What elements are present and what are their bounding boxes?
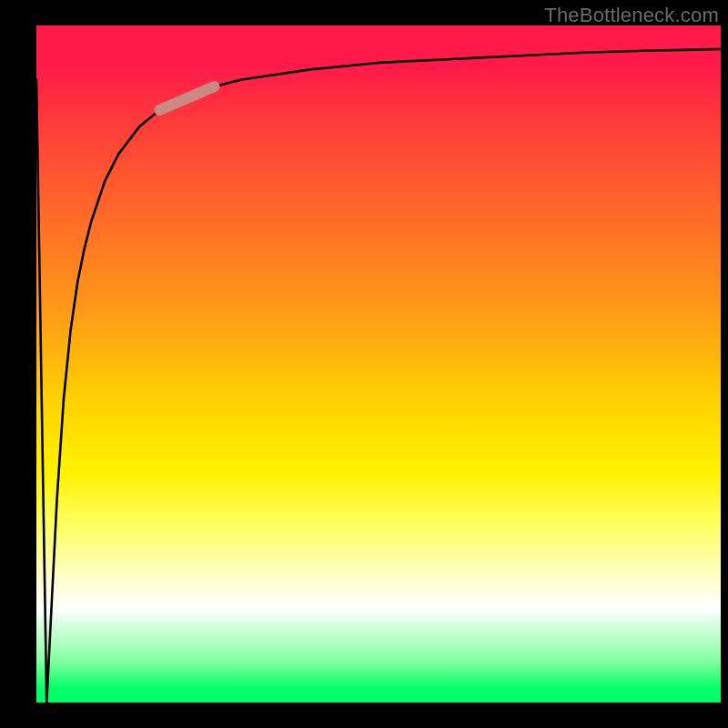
chart-line: [36, 49, 721, 703]
attribution-text: TheBottleneck.com: [544, 4, 719, 27]
chart-curve-layer: [36, 25, 721, 703]
chart-plot-area: [36, 25, 721, 703]
chart-highlight-segment: [159, 86, 214, 110]
